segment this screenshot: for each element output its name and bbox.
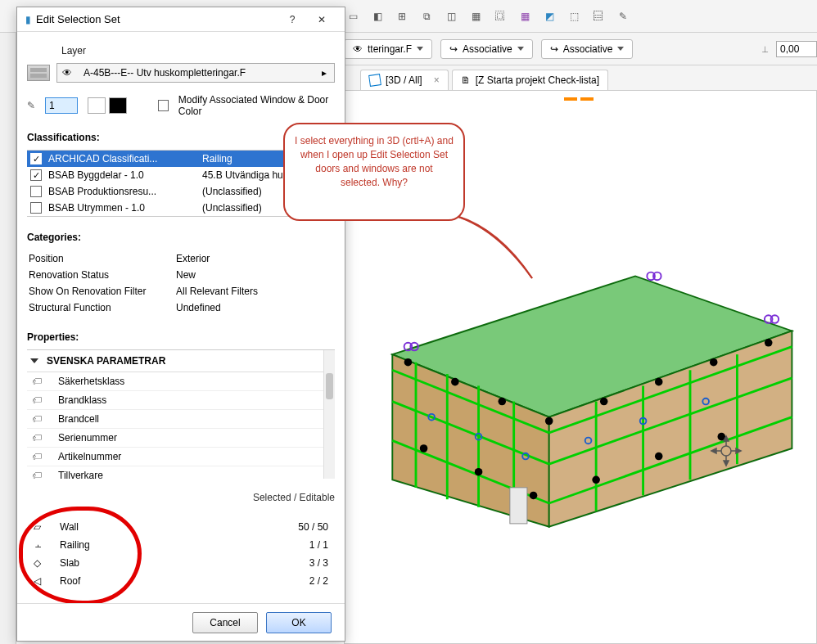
tool-icon[interactable]: ⊞ — [393, 7, 411, 25]
svg-point-27 — [475, 468, 483, 476]
element-type-icon: ▱ — [34, 521, 50, 533]
categories-grid: PositionExteriorRenovation StatusNewShow… — [27, 250, 335, 317]
layer-name: A-45B---E-- Utv huskompletteringar.F — [84, 67, 313, 79]
classification-checkbox[interactable] — [30, 153, 42, 164]
layer-stack-icon[interactable] — [27, 65, 50, 81]
tool-icon[interactable]: ⿳ — [589, 7, 607, 25]
element-type-icon: ◇ — [34, 557, 50, 569]
category-value[interactable]: Undefined — [176, 302, 333, 313]
compass-icon[interactable] — [710, 435, 743, 467]
classification-checkbox[interactable] — [30, 186, 42, 197]
layer-dropdown-partial[interactable]: 👁 tteringar.F — [344, 39, 432, 59]
chevron-down-icon — [517, 47, 524, 51]
scrollbar[interactable] — [323, 350, 335, 479]
classification-checkbox[interactable] — [30, 202, 42, 214]
dimension-icon[interactable]: ⟂ — [762, 43, 768, 55]
svg-point-20 — [499, 398, 507, 406]
tool-icon[interactable]: ⬚ — [565, 7, 583, 25]
swatch-white[interactable] — [88, 97, 106, 114]
scrollbar-thumb[interactable] — [326, 373, 333, 399]
assoc-icon: ↪ — [449, 43, 458, 55]
svg-point-29 — [592, 476, 600, 484]
swatch-black[interactable] — [109, 97, 127, 114]
tool-icon[interactable]: ⧉ — [418, 7, 436, 25]
modify-color-label: Modify Associated Window & Door Color — [178, 94, 335, 117]
tool-icon[interactable]: ⿴ — [491, 7, 509, 25]
pen-swatches[interactable] — [88, 97, 127, 114]
tab-label: [Z Starta projekt Check-lista] — [476, 74, 599, 86]
tool-icon[interactable]: ◫ — [442, 7, 460, 25]
property-name: Brandcell — [58, 413, 256, 425]
svg-point-28 — [530, 492, 538, 500]
tool-icon[interactable]: ✎ — [614, 7, 632, 25]
group-name: SVENSKA PARAMETRAR — [47, 355, 165, 367]
tool-icon[interactable]: ◧ — [368, 7, 386, 25]
close-icon[interactable]: × — [434, 74, 440, 86]
property-row[interactable]: 🏷Tillverkare — [27, 466, 335, 479]
category-key: Show On Renovation Filter — [29, 286, 176, 297]
orange-handle[interactable] — [564, 97, 597, 101]
dialog-titlebar[interactable]: ▮ Edit Selection Set ? ✕ — [17, 7, 345, 32]
selection-summary: ▱Wall50 / 50⫠Railing1 / 1◇Slab3 / 3◁Roof… — [27, 515, 335, 598]
tool-icon[interactable]: ▦ — [516, 7, 534, 25]
tag-icon: 🏷 — [32, 432, 50, 444]
sheet-icon: 🗎 — [461, 74, 471, 86]
layer-text: tteringar.F — [368, 43, 412, 55]
ok-button[interactable]: OK — [266, 612, 332, 633]
pen-number-input[interactable] — [45, 97, 78, 114]
modify-color-checkbox[interactable] — [158, 100, 169, 111]
property-row[interactable]: 🏷Serienummer — [27, 429, 335, 448]
selection-row[interactable]: ◁Roof2 / 2 — [29, 572, 333, 590]
category-value[interactable]: New — [176, 269, 333, 281]
close-button[interactable]: ✕ — [307, 9, 336, 30]
dialog-footer: Cancel OK — [17, 603, 345, 641]
eye-icon: 👁 — [353, 43, 363, 55]
properties-group-header[interactable]: SVENSKA PARAMETRAR — [27, 350, 335, 372]
classification-checkbox[interactable] — [30, 169, 42, 181]
category-key: Position — [29, 253, 176, 264]
hor-value-input[interactable] — [776, 41, 817, 57]
svg-rect-17 — [510, 488, 527, 524]
chevron-down-icon — [417, 47, 423, 51]
property-name: Artikelnummer — [58, 451, 256, 462]
selection-row[interactable]: ⫠Railing1 / 1 — [29, 536, 333, 554]
tab-3d-all[interactable]: [3D / All] × — [360, 70, 449, 90]
app-icon: ▮ — [25, 14, 31, 25]
property-row[interactable]: 🏷Säkerhetsklass — [27, 372, 335, 391]
property-row[interactable]: 🏷Brandklass — [27, 391, 335, 410]
cube-icon — [368, 74, 381, 87]
svg-marker-52 — [736, 448, 741, 453]
associative-dropdown-2[interactable]: ↪ Associative — [541, 39, 634, 59]
tool-icon[interactable]: ▦ — [467, 7, 485, 25]
element-count: 1 / 1 — [263, 539, 328, 551]
edit-selection-set-dialog: ▮ Edit Selection Set ? ✕ Layer 👁 A-45B--… — [16, 7, 345, 642]
help-button[interactable]: ? — [278, 9, 307, 30]
tool-icon[interactable]: ◩ — [540, 7, 558, 25]
svg-point-25 — [765, 339, 773, 347]
pen-icon[interactable]: ✎ — [27, 100, 35, 111]
element-type-name: Railing — [60, 539, 253, 551]
tab-checklist[interactable]: 🗎 [Z Starta projekt Check-lista] — [452, 70, 608, 90]
left-palette-cropped — [0, 33, 16, 644]
cancel-button[interactable]: Cancel — [192, 612, 258, 633]
property-row[interactable]: 🏷Artikelnummer — [27, 448, 335, 466]
properties-label: Properties: — [27, 331, 335, 343]
dialog-body: Layer 👁 A-45B---E-- Utv huskomplettering… — [17, 32, 345, 603]
tag-icon: 🏷 — [32, 470, 50, 479]
property-row[interactable]: 🏷Brandcell — [27, 410, 335, 429]
selection-row[interactable]: ◇Slab3 / 3 — [29, 554, 333, 572]
category-value[interactable]: Exterior — [176, 253, 333, 264]
element-type-name: Wall — [60, 521, 253, 533]
svg-point-19 — [451, 378, 459, 386]
view-tabs: [3D / All] × 🗎 [Z Starta projekt Check-l… — [344, 65, 817, 90]
category-value[interactable]: All Relevant Filters — [176, 286, 333, 297]
dialog-title: Edit Selection Set — [36, 13, 278, 25]
selection-row[interactable]: ▱Wall50 / 50 — [29, 518, 333, 536]
classification-system: BSAB Byggdelar - 1.0 — [48, 169, 196, 181]
layer-selector[interactable]: 👁 A-45B---E-- Utv huskompletteringar.F ▸ — [56, 63, 335, 83]
svg-point-18 — [404, 358, 413, 367]
tag-icon: 🏷 — [32, 451, 50, 462]
tool-icon[interactable]: ▭ — [344, 7, 362, 25]
associative-dropdown-1[interactable]: ↪ Associative — [440, 39, 533, 59]
selected-editable-label: Selected / Editable — [27, 492, 335, 503]
